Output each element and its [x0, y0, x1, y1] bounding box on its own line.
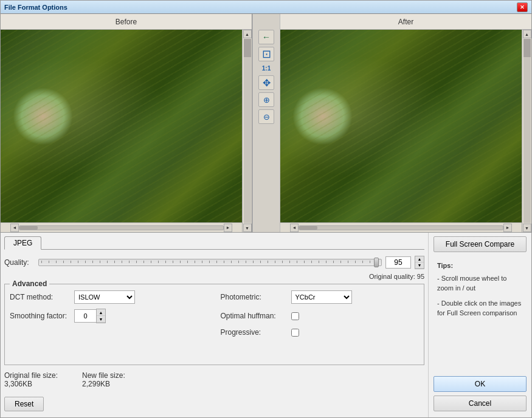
new-size-value: 2,299KB — [82, 380, 125, 388]
after-scroll-right-btn[interactable]: ► — [503, 224, 512, 232]
tab-bar: JPEG — [4, 236, 424, 250]
new-size-item: New file size: 2,299KB — [82, 371, 125, 388]
quality-value[interactable]: 95 — [385, 256, 411, 269]
after-panel: After ◄ ► ▲ — [280, 14, 531, 232]
progressive-row: Progressive: — [221, 328, 420, 337]
before-scroll-right-btn[interactable]: ► — [224, 224, 232, 232]
ok-button[interactable]: OK — [434, 376, 527, 392]
after-htrack[interactable] — [299, 225, 503, 230]
smoothing-input[interactable]: 0 — [74, 309, 96, 323]
after-scroll-up-btn[interactable]: ▲ — [523, 30, 531, 38]
original-quality: Original quality: 95 — [4, 273, 424, 280]
zoom-out-btn[interactable]: ⊖ — [258, 109, 274, 124]
dct-label: DCT method: — [10, 293, 71, 301]
action-buttons: OK Cancel — [434, 376, 527, 414]
arrow-left-btn[interactable]: ← — [258, 30, 274, 44]
after-image-column: ◄ ► — [280, 30, 522, 232]
full-screen-compare-button[interactable]: Full Screen Compare — [434, 236, 527, 252]
before-scroll-up-btn[interactable]: ▲ — [243, 30, 252, 38]
before-htrack[interactable] — [19, 225, 224, 230]
after-vtrack[interactable] — [523, 39, 531, 223]
after-scroll-down-btn[interactable]: ▼ — [523, 224, 531, 232]
advanced-legend: Advanced — [10, 279, 49, 288]
smoothing-row: Smoothing factor: 0 ▲ ▼ — [10, 309, 209, 323]
main-window: File Format Options ✕ Before ◄ — [0, 0, 532, 418]
progressive-checkbox[interactable] — [291, 329, 299, 337]
original-size-value: 3,306KB — [4, 380, 58, 388]
smoothing-label: Smoothing factor: — [10, 312, 71, 320]
after-scrollbar-h[interactable]: ◄ ► — [280, 222, 522, 232]
tips-title: Tips: — [437, 261, 523, 271]
smoothing-up-btn[interactable]: ▲ — [97, 309, 105, 316]
before-scrollbar-v[interactable]: ▲ ▼ — [242, 30, 252, 232]
tip2: - Double click on the images for Full Sc… — [437, 298, 523, 318]
tips-box: Tips: - Scroll mouse wheel to zoom in / … — [434, 257, 527, 371]
before-header: Before — [1, 14, 252, 30]
after-image-container[interactable] — [280, 30, 522, 222]
original-size-item: Original file size: 3,306KB — [4, 371, 58, 388]
after-image — [280, 30, 522, 222]
original-size-label: Original file size: — [4, 371, 58, 380]
reset-button[interactable]: Reset — [4, 397, 44, 411]
quality-down-btn[interactable]: ▼ — [415, 262, 424, 269]
close-button[interactable]: ✕ — [517, 2, 528, 12]
after-scroll-left-btn[interactable]: ◄ — [290, 224, 299, 232]
huffman-row: Optimal huffman: — [221, 309, 420, 323]
quality-slider[interactable] — [38, 259, 382, 266]
smoothing-spinners[interactable]: ▲ ▼ — [96, 309, 106, 323]
settings-panel: JPEG Quality: 95 ▲ ▼ Original quality: 9… — [1, 233, 428, 417]
move-btn[interactable]: ✥ — [258, 75, 274, 90]
advanced-grid: DCT method: ISLOW IFAST FLOAT Photometri… — [10, 288, 419, 337]
huffman-checkbox[interactable] — [291, 312, 299, 320]
after-scrollbar-v[interactable]: ▲ ▼ — [522, 30, 531, 232]
progressive-label: Progressive: — [221, 328, 288, 337]
title-bar-controls: ✕ — [517, 2, 528, 12]
file-sizes-row: Original file size: 3,306KB New file siz… — [4, 369, 424, 391]
quality-up-btn[interactable]: ▲ — [415, 256, 424, 262]
after-vthumb[interactable] — [523, 39, 531, 57]
before-scroll-down-btn[interactable]: ▼ — [243, 224, 252, 232]
smoothing-down-btn[interactable]: ▼ — [97, 316, 105, 323]
quality-spinners[interactable]: ▲ ▼ — [415, 256, 424, 269]
tip1: - Scroll mouse wheel to zoom in / out — [437, 273, 523, 293]
before-image-container[interactable] — [1, 30, 242, 222]
after-header: After — [280, 14, 531, 30]
after-hthumb[interactable] — [299, 226, 317, 230]
right-panel: Full Screen Compare Tips: - Scroll mouse… — [428, 233, 531, 417]
tab-jpeg[interactable]: JPEG — [4, 236, 41, 250]
title-bar: File Format Options ✕ — [1, 1, 531, 14]
dct-select[interactable]: ISLOW IFAST FLOAT — [74, 290, 135, 304]
before-hthumb[interactable] — [19, 226, 38, 230]
window-title: File Format Options — [4, 4, 67, 11]
advanced-group: Advanced DCT method: ISLOW IFAST FLOAT P… — [4, 284, 424, 365]
new-size-label: New file size: — [82, 371, 125, 380]
smoothing-spinbox: 0 ▲ ▼ — [74, 309, 106, 323]
bottom-section: JPEG Quality: 95 ▲ ▼ Original quality: 9… — [1, 233, 531, 417]
photometric-label: Photometric: — [221, 293, 288, 301]
photometric-select[interactable]: YCbCr RGB — [291, 290, 352, 304]
center-controls: ← ⊡ 1:1 ✥ ⊕ ⊖ — [252, 14, 280, 232]
zoom-in-btn[interactable]: ⊕ — [258, 92, 274, 107]
before-panel: Before ◄ ► ▲ — [1, 14, 252, 232]
before-scroll-left-btn[interactable]: ◄ — [10, 224, 19, 232]
ratio-label: 1:1 — [262, 64, 271, 73]
cancel-button[interactable]: Cancel — [434, 396, 527, 411]
quality-slider-thumb[interactable] — [374, 258, 379, 267]
dct-row: DCT method: ISLOW IFAST FLOAT — [10, 290, 209, 304]
before-image-column: ◄ ► — [1, 30, 242, 232]
quality-row: Quality: 95 ▲ ▼ — [4, 253, 424, 269]
huffman-label: Optimal huffman: — [221, 312, 288, 320]
fit-btn[interactable]: ⊡ — [258, 47, 274, 61]
quality-label: Quality: — [4, 258, 35, 267]
photometric-row: Photometric: YCbCr RGB — [221, 290, 420, 304]
before-vtrack[interactable] — [244, 39, 251, 223]
before-vthumb[interactable] — [244, 39, 251, 57]
before-scrollbar-h[interactable]: ◄ ► — [1, 222, 242, 232]
preview-area: Before ◄ ► ▲ — [1, 14, 531, 233]
before-image — [1, 30, 242, 222]
bottom-buttons: Reset — [4, 394, 424, 414]
